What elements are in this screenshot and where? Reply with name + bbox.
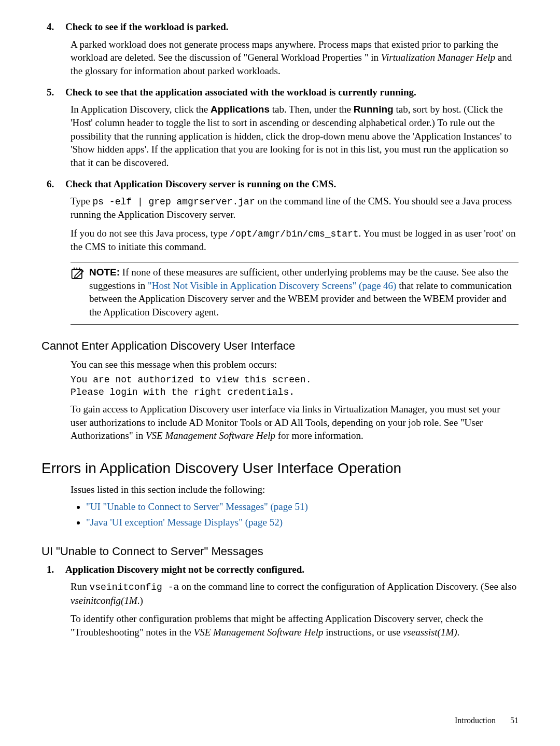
text-mono: vseinitconfig -a xyxy=(89,582,179,592)
text-italic: Virtualization Manager Help xyxy=(381,52,495,63)
text-mono: ps -elf | grep amgrserver.jar xyxy=(92,197,255,207)
step-body: Type ps -elf | grep amgrserver.jar on th… xyxy=(71,195,519,254)
step-title: Check to see that the application associ… xyxy=(65,86,416,99)
page: 4. Check to see if the workload is parke… xyxy=(0,0,560,746)
text: If you do not see this Java process, typ… xyxy=(71,228,230,239)
text-mono: /opt/amgr/bin/cms_start xyxy=(230,229,358,239)
text: In Application Discovery, click the xyxy=(71,104,211,115)
text-italic: VSE Management Software Help xyxy=(146,430,275,441)
note-icon xyxy=(71,267,89,285)
text: instructions, or use xyxy=(324,627,403,638)
heading-cannot-enter: Cannot Enter Application Discovery User … xyxy=(41,339,519,353)
text-bold: Running xyxy=(354,104,394,115)
step-number: 5. xyxy=(41,87,65,98)
note-block: NOTE: If none of these measures are suff… xyxy=(71,266,519,319)
step-number: 1. xyxy=(41,564,65,575)
code-block: You are not authorized to view this scre… xyxy=(71,374,519,398)
text-italic: vseassist(1M) xyxy=(403,627,457,638)
paragraph: You can see this message when this probl… xyxy=(71,358,519,371)
heading-ui-unable: UI "Unable to Connect to Server" Message… xyxy=(41,545,519,558)
footer: Introduction 51 xyxy=(455,716,519,725)
step-title: Check that Application Discovery server … xyxy=(65,178,336,191)
step-header: 5. Check to see that the application ass… xyxy=(41,86,519,99)
text: Type xyxy=(71,196,92,206)
paragraph: To gain access to Application Discovery … xyxy=(71,403,519,443)
text: Run xyxy=(71,581,89,592)
step-title: Application Discovery might not be corre… xyxy=(65,563,304,576)
note-text: NOTE: If none of these measures are suff… xyxy=(89,266,519,319)
divider xyxy=(71,324,519,325)
bullet-list: "UI "Unable to Connect to Server" Messag… xyxy=(86,500,519,530)
step-header: 1. Application Discovery might not be co… xyxy=(41,563,519,576)
step-body: A parked workload does not generate proc… xyxy=(71,38,519,78)
step-body: In Application Discovery, click the Appl… xyxy=(71,103,519,169)
text-bold: Applications xyxy=(211,104,270,115)
text: for more information. xyxy=(275,430,363,441)
text-italic: VSE Management Software Help xyxy=(194,627,324,638)
step-number: 4. xyxy=(41,21,65,33)
step-5: 5. Check to see that the application ass… xyxy=(41,86,519,170)
footer-page-number: 51 xyxy=(510,716,519,725)
paragraph: Issues listed in this section include th… xyxy=(71,483,519,496)
cross-ref-link[interactable]: "Host Not Visible in Application Discove… xyxy=(148,280,396,291)
step-header: 6. Check that Application Discovery serv… xyxy=(41,178,519,191)
pencil-note-icon xyxy=(71,267,85,281)
step-body: Run vseinitconfig -a on the command line… xyxy=(71,580,519,639)
step-title: Check to see if the workload is parked. xyxy=(65,21,229,34)
text: tab. Then, under the xyxy=(270,104,354,115)
cross-ref-link[interactable]: "UI "Unable to Connect to Server" Messag… xyxy=(86,501,308,512)
text-italic: vseinitconfig(1M xyxy=(71,595,137,606)
footer-section: Introduction xyxy=(455,716,496,725)
list-item: "UI "Unable to Connect to Server" Messag… xyxy=(86,500,519,515)
step-4: 4. Check to see if the workload is parke… xyxy=(41,21,519,78)
numbered-list: 1. Application Discovery might not be co… xyxy=(41,563,519,639)
step-header: 4. Check to see if the workload is parke… xyxy=(41,21,519,34)
heading-errors: Errors in Application Discovery User Int… xyxy=(41,460,519,477)
step-6: 6. Check that Application Discovery serv… xyxy=(41,178,519,254)
text: . xyxy=(457,627,460,638)
cross-ref-link[interactable]: "Java 'UI exception' Message Displays" (… xyxy=(86,517,283,528)
list-item: "Java 'UI exception' Message Displays" (… xyxy=(86,515,519,530)
step-number: 6. xyxy=(41,178,65,190)
note-label: NOTE: xyxy=(89,267,120,278)
text: on the command line to correct the confi… xyxy=(179,581,516,592)
step-1: 1. Application Discovery might not be co… xyxy=(41,563,519,639)
numbered-list: 4. Check to see if the workload is parke… xyxy=(41,21,519,254)
text: .) xyxy=(137,595,143,606)
divider xyxy=(71,262,519,263)
